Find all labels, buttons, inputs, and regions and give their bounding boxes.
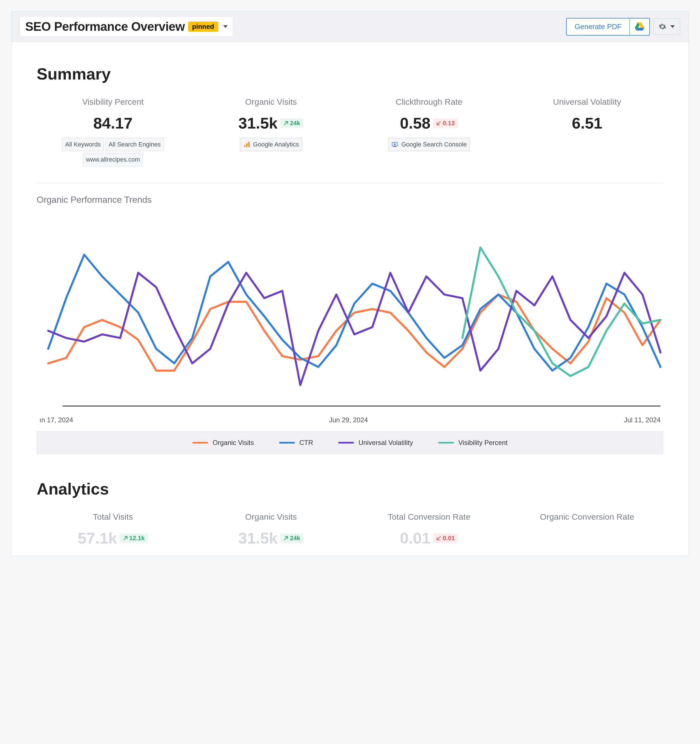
kpi-card: Total Visits 57.1k 12.1k: [37, 512, 189, 547]
kpi-label: Clickthrough Rate: [353, 97, 505, 107]
legend-item[interactable]: CTR: [279, 439, 313, 446]
gsc-icon: [391, 141, 398, 148]
legend-label: CTR: [299, 439, 313, 446]
kpi-tag[interactable]: All Keywords: [62, 138, 104, 151]
panel-body: Summary Visibility Percent 84.17 All Key…: [12, 42, 688, 547]
legend-swatch: [338, 442, 354, 443]
header-bar: SEO Performance Overview pinned Generate…: [12, 12, 688, 42]
pinned-badge: pinned: [188, 22, 218, 32]
x-tick-label: Jul 11, 2024: [624, 416, 660, 424]
divider: [37, 183, 663, 183]
svg-rect-5: [248, 142, 250, 147]
kpi-delta: 0.01: [433, 533, 458, 543]
kpi-card: Total Conversion Rate 0.01 0.01: [353, 512, 505, 547]
kpi-tag[interactable]: Google Analytics: [240, 138, 302, 151]
chart-x-ticks: ın 17, 2024Jun 29, 2024Jul 11, 2024: [37, 416, 663, 424]
kpi-label: Organic Visits: [195, 97, 348, 107]
chevron-down-icon: [670, 25, 675, 28]
x-tick-label: Jun 29, 2024: [329, 416, 368, 424]
kpi-value: 31.5k: [238, 114, 278, 132]
kpi-label: Universal Volatility: [511, 97, 664, 107]
kpi-value: 0.58: [400, 114, 430, 132]
kpi-card: Organic Visits 31.5k 24k: [195, 512, 348, 547]
kpi-delta: 12.1k: [120, 533, 148, 543]
kpi-delta: 24k: [280, 533, 303, 543]
kpi-value: 31.5k: [238, 529, 278, 547]
svg-rect-7: [394, 146, 397, 147]
summary-heading: Summary: [37, 64, 663, 83]
kpi-label: Total Conversion Rate: [353, 512, 505, 522]
header-actions: Generate PDF: [566, 18, 680, 36]
kpi-tag[interactable]: www.allrecipes.com: [83, 153, 143, 166]
kpi-tags: Google Analytics: [195, 138, 348, 151]
legend-label: Visibility Percent: [458, 439, 508, 446]
kpi-tags: All Keywords All Search Engines www.allr…: [37, 138, 189, 166]
legend-label: Universal Volatility: [358, 439, 413, 446]
x-tick-label: ın 17, 2024: [40, 416, 73, 424]
chart-legend: Organic Visits CTR Universal Volatility …: [37, 431, 663, 454]
kpi-label: Visibility Percent: [37, 97, 189, 107]
generate-pdf-button[interactable]: Generate PDF: [566, 18, 629, 36]
kpi-card: Organic Visits 31.5k 24k Google Analytic…: [195, 97, 348, 166]
kpi-tags: Google Search Console: [353, 138, 505, 151]
svg-rect-4: [246, 143, 248, 147]
chevron-down-icon[interactable]: [223, 25, 227, 28]
kpi-label: Organic Conversion Rate: [511, 512, 664, 522]
kpi-card: Clickthrough Rate 0.58 0.13 Google Searc…: [353, 97, 505, 166]
kpi-card: Visibility Percent 84.17 All Keywords Al…: [37, 97, 189, 166]
gear-icon: [658, 23, 666, 31]
kpi-label: Organic Visits: [195, 512, 348, 522]
legend-swatch: [438, 442, 454, 443]
legend-swatch: [279, 442, 295, 443]
legend-swatch: [192, 442, 208, 443]
ga-icon: [243, 141, 250, 148]
title-container[interactable]: SEO Performance Overview pinned: [20, 16, 233, 37]
legend-label: Organic Visits: [213, 439, 254, 446]
kpi-value: 57.1k: [78, 529, 117, 547]
kpi-delta: 0.13: [433, 118, 458, 128]
svg-rect-3: [244, 145, 245, 147]
kpi-label: Total Visits: [37, 512, 189, 522]
kpi-tag[interactable]: Google Search Console: [388, 138, 470, 151]
kpi-tag[interactable]: All Search Engines: [106, 138, 164, 151]
kpi-value: 0.01: [400, 529, 430, 547]
dashboard-panel: SEO Performance Overview pinned Generate…: [11, 11, 689, 556]
google-drive-button[interactable]: [629, 18, 650, 36]
kpi-value: 6.51: [572, 114, 602, 132]
page-title: SEO Performance Overview: [25, 19, 185, 34]
chart-title: Organic Performance Trends: [37, 195, 663, 205]
settings-button[interactable]: [653, 18, 680, 35]
trends-chart: ın 17, 2024Jun 29, 2024Jul 11, 2024 Orga…: [37, 211, 663, 460]
summary-kpi-row: Visibility Percent 84.17 All Keywords Al…: [37, 97, 663, 166]
analytics-heading: Analytics: [37, 479, 663, 498]
svg-point-8: [394, 143, 395, 145]
kpi-value: 84.17: [93, 114, 132, 132]
legend-item[interactable]: Universal Volatility: [338, 439, 413, 446]
google-drive-icon: [635, 22, 644, 31]
legend-item[interactable]: Visibility Percent: [438, 439, 508, 446]
chart-series-line: [48, 273, 660, 385]
analytics-kpi-row: Total Visits 57.1k 12.1k Organic Visits …: [37, 512, 663, 547]
kpi-delta: 24k: [280, 118, 303, 128]
legend-item[interactable]: Organic Visits: [192, 439, 254, 446]
kpi-card: Universal Volatility 6.51: [511, 97, 664, 166]
kpi-card: Organic Conversion Rate: [511, 512, 664, 547]
